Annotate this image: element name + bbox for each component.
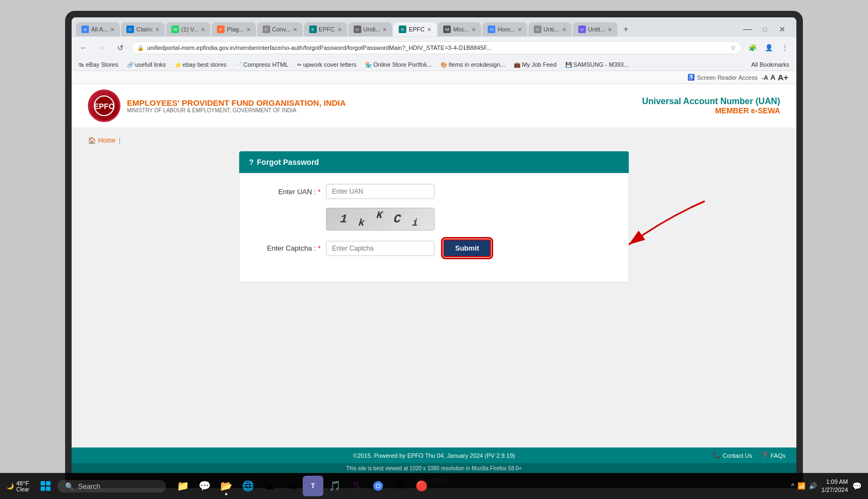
tab-epfc1[interactable]: E EPFC ✕	[304, 22, 347, 36]
question-icon: ❓	[761, 452, 769, 459]
extensions-button[interactable]: 🧩	[745, 41, 760, 55]
tab-moc[interactable]: M Moc... ✕	[438, 22, 481, 36]
tab-close-icon[interactable]: ✕	[427, 27, 431, 33]
tab-close-icon[interactable]: ✕	[337, 27, 342, 33]
captcha-input[interactable]	[326, 241, 435, 256]
accessibility-icon: ♿	[687, 74, 695, 81]
taskbar-app-red[interactable]: 🔴	[411, 476, 432, 496]
reload-button[interactable]: ↺	[113, 40, 128, 55]
captcha-label: Enter Captcha : *	[256, 244, 321, 252]
svg-rect-5	[41, 487, 45, 491]
weather-condition: Clear	[16, 487, 29, 492]
taskbar-app-spotify[interactable]: 🎵	[324, 476, 345, 496]
captcha-image: 1 k K C i	[326, 208, 435, 231]
profile-button[interactable]: 👤	[762, 41, 776, 55]
bookmark-compress[interactable]: 📄 Compress HTML	[233, 60, 291, 69]
forward-button[interactable]: →	[94, 40, 110, 55]
system-tray-icons: ^ 📶 🔊	[791, 482, 817, 490]
taskbar-app-folder[interactable]: 📁	[173, 476, 193, 496]
tab-label: Moc...	[453, 26, 469, 33]
back-button[interactable]: ←	[76, 40, 91, 55]
taskbar-app-chrome[interactable]	[368, 476, 388, 496]
menu-button[interactable]: ⋮	[778, 41, 792, 55]
bookmark-ebay-stores[interactable]: 🛍 eBay Stores	[76, 60, 121, 69]
forgot-password-header: ? Forgot Password	[239, 151, 629, 173]
tab-close-icon[interactable]: ✕	[201, 27, 205, 33]
contact-us-link[interactable]: 📞 Contact Us	[713, 452, 752, 459]
tab-close-icon[interactable]: ✕	[155, 27, 159, 33]
taskbar-app-teams[interactable]: T	[303, 476, 323, 496]
taskbar-app-maps[interactable]: 🗺	[390, 476, 410, 496]
tab-hom[interactable]: H Hom... ✕	[482, 22, 527, 36]
uan-form-row: Enter UAN : *	[256, 184, 612, 199]
tab-close-icon[interactable]: ✕	[293, 27, 297, 33]
taskbar-clock[interactable]: 1:09 AM 1/27/2024	[821, 478, 848, 495]
bookmark-online-store[interactable]: 🏪 Online Store Portfoli...	[362, 60, 435, 69]
taskbar-app-browser[interactable]: 🌐	[238, 476, 258, 496]
epfo-logo: EPFO EMPLOYEES' PROVIDENT FUND ORGANISAT…	[88, 89, 346, 122]
tab-close-icon[interactable]: ✕	[382, 27, 387, 33]
taskbar-app-chat[interactable]: 💬	[194, 476, 215, 496]
start-button[interactable]	[36, 476, 55, 496]
tab-unti1[interactable]: U Unti... ✕	[528, 22, 572, 36]
submit-button[interactable]: Submit	[443, 239, 491, 257]
bookmark-star-icon[interactable]: ☆	[730, 44, 736, 52]
svg-rect-3	[41, 481, 45, 485]
uan-input[interactable]	[326, 184, 435, 199]
tab-favicon: U	[578, 25, 586, 33]
tab-close-icon[interactable]: ✕	[246, 27, 251, 33]
tab-favicon: M	[443, 25, 451, 33]
tab-epfc-active[interactable]: E EPFC ✕	[393, 22, 437, 36]
minimize-button[interactable]: —	[740, 22, 755, 37]
home-link[interactable]: 🏠 Home	[88, 137, 116, 144]
bookmark-icon: ⭐	[175, 62, 181, 68]
bookmark-upwork[interactable]: ✏ upwork cover letters	[295, 60, 359, 69]
tab-close-icon[interactable]: ✕	[110, 27, 114, 33]
tab-close-icon[interactable]: ✕	[562, 27, 566, 33]
bookmark-erok[interactable]: 🎨 Items in erokdesign...	[438, 60, 508, 69]
tab-undi[interactable]: U Undi... ✕	[348, 22, 393, 36]
taskbar-search-bar[interactable]: 🔍 Search	[58, 480, 166, 492]
svg-text:EPFO: EPFO	[94, 102, 114, 111]
tab-plag[interactable]: P Plag... ✕	[212, 22, 256, 36]
tab-conv[interactable]: C Conv... ✕	[257, 22, 303, 36]
taskbar-app-slack[interactable]: S	[346, 476, 367, 496]
font-decrease-button[interactable]: -A	[762, 74, 768, 81]
home-icon: 🏠	[88, 137, 96, 144]
tab-all-a[interactable]: A All A... ✕	[76, 22, 120, 36]
bookmark-ebay-best[interactable]: ⭐ ebay best stores	[172, 60, 229, 69]
screen-reader-link[interactable]: ♿ Screen Reader Access	[687, 74, 758, 81]
wifi-icon[interactable]: 📶	[797, 482, 806, 490]
taskbar-apps: 📁 💬 📂 🌐 ☁ 🛍 T 🎵 S 🗺 🔴	[173, 476, 432, 496]
font-increase-button[interactable]: A+	[777, 73, 788, 82]
tab-close-icon[interactable]: ✕	[471, 27, 476, 33]
epfo-footer: ©2015. Powered by EPFO Thu 04, January 2…	[72, 447, 796, 474]
tray-chevron[interactable]: ^	[791, 482, 794, 490]
close-button[interactable]: ✕	[775, 22, 790, 37]
tab-close-icon[interactable]: ✕	[518, 27, 522, 33]
tab-label: All A...	[91, 26, 108, 33]
taskbar-app-store[interactable]: 🛍	[281, 476, 302, 496]
taskbar-app-files[interactable]: 📂	[216, 476, 237, 496]
tab-close-icon[interactable]: ✕	[608, 27, 612, 33]
url-text: unifiedportal-mem.epfindia.gov.in/member…	[147, 44, 727, 51]
address-bar[interactable]: 🔒 unifiedportal-mem.epfindia.gov.in/memb…	[131, 41, 742, 54]
notification-icon[interactable]: 💬	[852, 482, 861, 490]
taskbar-app-weather[interactable]: ☁	[259, 476, 280, 496]
tab-favicon: H	[488, 25, 495, 33]
bookmark-icon: 🎨	[441, 62, 447, 68]
volume-icon[interactable]: 🔊	[809, 482, 817, 490]
taskbar-weather[interactable]: 🌙 48°F Clear	[7, 480, 29, 492]
bookmark-useful-links[interactable]: 🔗 usefull links	[124, 60, 169, 69]
bookmark-all[interactable]: All Bookmarks	[749, 60, 792, 69]
maximize-button[interactable]: □	[757, 22, 773, 37]
faqs-link[interactable]: ❓ FAQs	[761, 452, 786, 459]
new-tab-button[interactable]: +	[618, 22, 634, 37]
tab-untit2[interactable]: U Untit... ✕	[573, 22, 617, 36]
tab-claim[interactable]: C Claim: ✕	[121, 22, 165, 36]
font-normal-button[interactable]: A	[770, 73, 775, 81]
bookmark-samsung[interactable]: 💾 SAMSUNG - M393...	[563, 60, 631, 69]
bookmark-job-feed[interactable]: 💼 My Job Feed	[511, 60, 559, 69]
bookmark-label: My Job Feed	[522, 61, 557, 68]
tab-v[interactable]: W (1) V... ✕	[166, 22, 210, 36]
